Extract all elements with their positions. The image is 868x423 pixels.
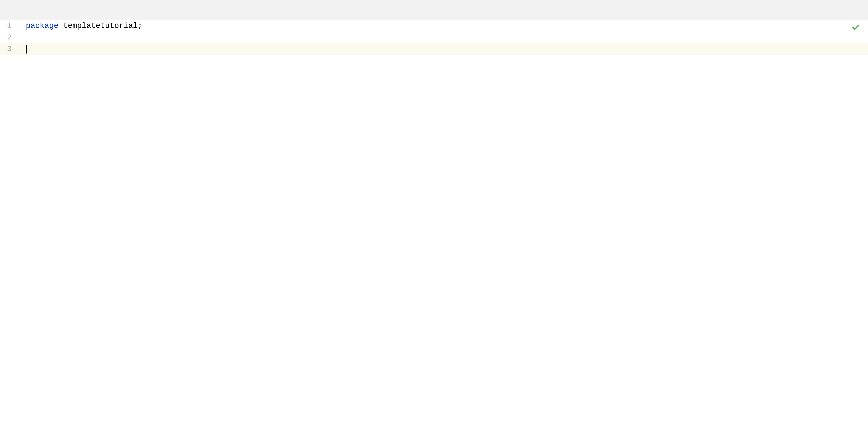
line-number[interactable]: 3 — [0, 43, 11, 55]
line-number[interactable]: 2 — [0, 32, 11, 43]
code-text[interactable] — [26, 43, 868, 55]
editor-container: 1 package templatetutorial; 2 3 — [0, 0, 868, 423]
code-line-1[interactable]: 1 package templatetutorial; — [0, 20, 868, 32]
code-text[interactable]: package templatetutorial; — [26, 20, 868, 32]
gutter[interactable]: 2 — [0, 32, 26, 43]
line-number[interactable]: 1 — [0, 20, 11, 32]
identifier-token: templatetutorial — [63, 22, 138, 30]
code-line-2[interactable]: 2 — [0, 32, 868, 43]
code-text[interactable] — [26, 32, 868, 43]
code-line-3[interactable]: 3 — [0, 43, 868, 55]
code-area[interactable]: 1 package templatetutorial; 2 3 — [0, 20, 868, 423]
space-token — [58, 22, 63, 30]
checkmark-icon — [851, 24, 860, 32]
breadcrumb-bar[interactable] — [0, 0, 868, 20]
gutter[interactable]: 1 — [0, 20, 26, 32]
inspection-status-icon[interactable] — [851, 24, 861, 33]
punctuation-token: ; — [138, 22, 142, 30]
gutter[interactable]: 3 — [0, 43, 26, 55]
keyword-token: package — [26, 22, 58, 30]
text-cursor — [26, 45, 27, 54]
